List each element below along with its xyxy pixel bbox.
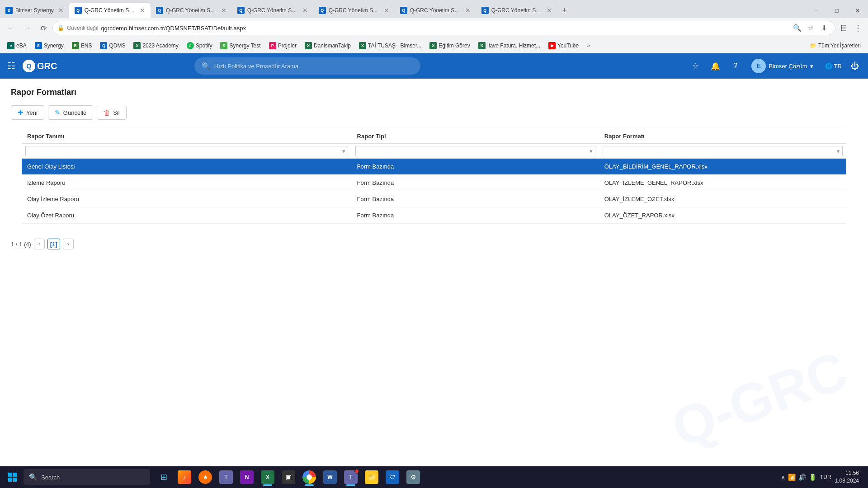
table-row[interactable]: Olay Özet Raporu Form Bazında OLAY_ÖZET_… [22,207,846,224]
taskbar-app-chrome[interactable] [299,467,319,487]
tab-7-close[interactable]: ✕ [547,7,552,14]
taskbar-clock[interactable]: 11:56 1.08.2024 [835,469,859,485]
reload-button[interactable]: ⟳ [36,21,51,35]
table-row[interactable]: Olay İzleme Raporu Form Bazında OLAY_İZL… [22,191,846,207]
language-button[interactable]: 🌐 TR [821,61,845,71]
tab-5-close[interactable]: ✕ [384,7,389,14]
pagination-prev-button[interactable]: ‹ [34,239,45,249]
download-icon[interactable]: ⬇ [818,22,830,34]
user-menu-button[interactable]: E Bimser Çözüm ▾ [747,57,817,75]
bookmark-projeler[interactable]: P Projeler [265,41,300,51]
filter-formati-input[interactable] [603,147,835,156]
tray-up-icon[interactable]: ∧ [781,474,785,481]
url-display[interactable]: qgrcdemo.bimser.com.tr/QDMSNET/BSAT/Defa… [101,25,788,32]
start-button[interactable] [4,468,22,486]
tray-wifi-icon[interactable]: 📶 [788,474,796,481]
tab-4-favicon: Q [237,7,245,14]
filter-tipi-input[interactable] [356,147,587,156]
filter-tanim-icon[interactable]: ▾ [340,146,348,156]
tab-6-close[interactable]: ✕ [465,7,471,14]
bookmark-2023-academy[interactable]: X 2023 Academy [130,41,182,51]
help-icon-button[interactable]: ? [727,58,743,74]
main-search-input[interactable] [214,63,413,70]
tab-5[interactable]: Q Q-GRC Yönetim Siste... ✕ [313,3,395,18]
taskbar-system-tray: ∧ 📶 🔊 🔋 TUR 11:56 1.08.2024 [775,469,864,485]
taskbar-app-orange[interactable]: ★ [195,467,215,487]
filter-tanim-input[interactable] [26,147,340,156]
bookmark-youtube[interactable]: ▶ YouTube [545,41,582,51]
tab-2[interactable]: Q Q-GRC Yönetim Siste... ✕ [69,3,151,18]
table-row[interactable]: İzleme Raporu Form Bazında OLAY_İZLEME_G… [22,175,846,191]
search-lens-icon[interactable]: 🔍 [791,22,803,34]
bookmark-synergy[interactable]: S Synergy [31,41,67,51]
taskbar-app-shield[interactable]: 🛡 [382,467,402,487]
bookmark-synergy-test[interactable]: S Synergy Test [217,41,264,51]
tab-3-favicon: Q [156,7,163,14]
tray-battery-icon[interactable]: 🔋 [809,474,816,481]
filter-tipi-icon[interactable]: ▾ [587,146,595,156]
app-logo[interactable]: Q GRC [23,60,57,72]
new-tab-button[interactable]: + [557,3,572,18]
maximize-button[interactable]: □ [826,3,847,18]
tab-3[interactable]: Q Q-GRC Yönetim Siste... ✕ [151,3,232,18]
language-flag-icon: 🌐 [825,63,832,70]
logout-button[interactable]: ⏻ [849,60,861,73]
profile-icon[interactable]: ⋮ [852,22,864,34]
table-row[interactable]: Genel Olay Listesi Form Bazında OLAY_BİL… [22,159,846,175]
bookmark-star-icon[interactable]: ☆ [804,22,817,34]
taskbar-app-dark[interactable]: ▣ [278,467,298,487]
bookmark-all[interactable]: 📁 Tüm Yer İşaretleri [806,41,864,50]
main-search-bar[interactable]: 🔍 [194,57,420,75]
tray-volume-icon[interactable]: 🔊 [798,474,806,481]
bookmark-ilave[interactable]: X İlave Fatura. Hizmet... [475,41,544,51]
taskbar-app-word[interactable]: W [320,467,340,487]
taskbar-app-onenote[interactable]: N [237,467,257,487]
pagination-page-1[interactable]: [1] [47,239,60,249]
close-button[interactable]: ✕ [847,3,868,18]
minimize-button[interactable]: ─ [806,3,826,18]
extensions-icon[interactable]: E [837,22,850,34]
tab-6[interactable]: Q Q-GRC Yönetim Siste... ✕ [395,3,476,18]
hamburger-menu-icon[interactable]: ☷ [7,61,15,71]
tab-1-favicon: B [5,7,13,14]
bookmark-tai[interactable]: X TAİ TUSAŞ - Bimser... [355,41,425,51]
tab-4[interactable]: Q Q-GRC Yönetim Siste... ✕ [232,3,313,18]
new-button[interactable]: ✚ Yeni [11,105,44,120]
bookmark-danismantakip[interactable]: X DanismanTakip [301,41,354,51]
tab-4-close[interactable]: ✕ [302,7,308,14]
taskbar-search-bar[interactable]: 🔍 Search [24,469,150,485]
taskbar-app-excel[interactable]: X [258,467,278,487]
taskbar-task-view[interactable]: ⊞ [154,467,174,487]
filter-formati-icon[interactable]: ▾ [835,146,842,156]
bookmark-qdms[interactable]: Q QDMS [96,41,129,51]
taskbar-app-explorer[interactable]: 📁 [362,467,382,487]
update-button[interactable]: ✎ Güncelle [48,105,93,120]
tab-1-close[interactable]: ✕ [58,7,64,14]
pagination-next-button[interactable]: › [63,239,74,249]
taskbar-app-winamp[interactable]: ♪ [175,467,194,487]
tab-2-close[interactable]: ✕ [140,7,145,14]
taskbar-app-settings[interactable]: ⚙ [403,467,423,487]
filter-row: ▾ ▾ ▾ [22,144,846,159]
taskbar-app-teams2[interactable]: T [341,467,361,487]
main-search-icon: 🔍 [202,62,211,70]
forward-button[interactable]: → [20,21,34,35]
svg-rect-0 [8,473,12,477]
address-box[interactable]: 🔒 Güvenli değil qgrcdemo.bimser.com.tr/Q… [52,21,835,35]
bookmark-spotify[interactable]: ♫ Spotify [183,41,216,51]
taskbar-app-teams[interactable]: T [216,467,236,487]
bookmark-egitim[interactable]: X Eğitim Görev [426,41,473,51]
row3-tipi: Form Bazında [352,191,599,207]
pagination: 1 / 1 (4) ‹ [1] › [0,233,868,255]
bookmark-eba[interactable]: e eBA [4,41,30,51]
delete-button[interactable]: 🗑 Sil [97,106,126,120]
back-button[interactable]: ← [4,21,18,35]
tab-3-close[interactable]: ✕ [221,7,226,14]
filter-tanim-wrap: ▾ [25,146,348,156]
bookmark-ens[interactable]: E ENS [68,41,96,51]
favorites-icon-button[interactable]: ☆ [687,58,703,74]
tab-7[interactable]: Q Q-GRC Yönetim Siste... ✕ [476,3,557,18]
tab-1[interactable]: B Bimser Synergy ✕ [0,3,69,18]
bookmark-more[interactable]: » [583,41,594,50]
notifications-icon-button[interactable]: 🔔 [707,58,723,74]
